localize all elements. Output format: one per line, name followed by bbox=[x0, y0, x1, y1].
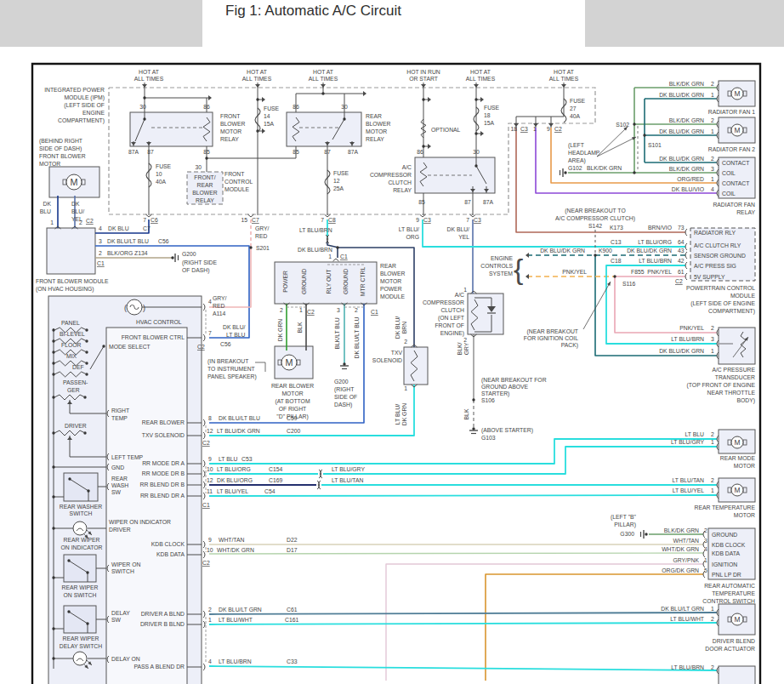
diagram-label: REAR TEMPERATURE bbox=[694, 504, 755, 510]
diagram-label: ) bbox=[143, 304, 145, 312]
diagram-label: BLK/DK GRN bbox=[669, 81, 704, 87]
diagram-label: 87 bbox=[147, 149, 154, 155]
pin-arc bbox=[685, 273, 687, 280]
pin-arc bbox=[203, 304, 205, 311]
diagram-label: CONTACT bbox=[722, 180, 749, 186]
diagram-label: FUSE bbox=[333, 170, 349, 176]
diagram-label: C1 bbox=[340, 254, 348, 259]
diagram-label: 87 bbox=[324, 149, 331, 155]
diagram-label: KDB CLOCK bbox=[712, 542, 746, 548]
diagram-label: POWER bbox=[282, 271, 288, 293]
diagram-label: C154 bbox=[269, 466, 282, 472]
diagram-label: PASSEN- bbox=[63, 379, 88, 385]
diagram-label: KDB DATA bbox=[712, 550, 740, 556]
diagram-label: REAR WIPER bbox=[62, 636, 99, 641]
ground-dot bbox=[645, 533, 647, 535]
diagram-label: LEFT TEMP bbox=[111, 454, 144, 460]
wire bbox=[209, 666, 717, 670]
diagram-label: DK BLU/LT GRN bbox=[219, 607, 262, 613]
diagram-label: ON INDICATOR bbox=[61, 544, 103, 550]
pin-arc bbox=[203, 482, 205, 488]
diagram-label: A/C CLUTCH RLY bbox=[694, 242, 741, 248]
ground-dot bbox=[343, 362, 345, 365]
diagram-label: SWITCH bbox=[111, 568, 134, 574]
diagram-label: TRANSDUCER bbox=[715, 374, 755, 380]
diagram-label: DRIVER bbox=[109, 527, 131, 533]
diagram-label: ALL TIMES bbox=[309, 76, 338, 82]
diagram-label: KDB DATA bbox=[156, 551, 185, 557]
diagram-label: 9 bbox=[547, 126, 550, 132]
diagram-label: DK GRN bbox=[277, 319, 283, 342]
diagram-label: REAR BLOWER bbox=[142, 419, 185, 425]
diagram-label: 4 bbox=[208, 658, 212, 664]
diagram-label: (RIGHT SIDE bbox=[182, 259, 218, 266]
diagram-label: 86 bbox=[293, 104, 299, 110]
diagram-label: MODULE bbox=[730, 293, 756, 299]
diagram-label: DRIVER A BLND bbox=[141, 611, 185, 617]
diagram-label: LT BLU/BRN bbox=[639, 258, 672, 264]
diagram-label: SYSTEM bbox=[489, 271, 513, 276]
component-box bbox=[64, 473, 98, 501]
diagram-label: 4 bbox=[99, 225, 102, 231]
diagram-label: C161 bbox=[285, 617, 298, 623]
diagram-label: 1 bbox=[704, 557, 707, 563]
diagram-label: 12 bbox=[333, 178, 340, 184]
diagram-label: 1 bbox=[50, 219, 54, 225]
diagram-label: C61 bbox=[287, 607, 298, 613]
diagram-label: MODE SELECT bbox=[109, 344, 151, 350]
diagram-label: C2 bbox=[202, 440, 210, 446]
diagram-label: HOT AT bbox=[313, 69, 333, 75]
diagram-label: YEL bbox=[458, 234, 469, 240]
diagram-label: 2 bbox=[355, 307, 358, 313]
diagram-label: DOOR ACTUATOR bbox=[705, 646, 755, 652]
diagram-label: 15 bbox=[241, 217, 247, 223]
diagram-label: GRY bbox=[463, 342, 469, 355]
diagram-label: DK BLU/DK GRN bbox=[659, 128, 704, 134]
diagram-label: MODULE (IPM) bbox=[64, 94, 105, 101]
diagram-label: 2 bbox=[404, 339, 407, 345]
diagram-label: GROUND bbox=[301, 269, 307, 294]
diagram-label: 5 bbox=[704, 567, 707, 573]
diagram-label: WIPER ON INDICATOR bbox=[109, 519, 171, 525]
diagram-label: DELAY ON bbox=[111, 656, 140, 662]
diagram-label: C56 bbox=[220, 341, 231, 347]
diagram-label: 86 bbox=[417, 149, 423, 155]
diagram-label: BI-LEVEL bbox=[60, 331, 85, 337]
junction-dot bbox=[256, 98, 258, 100]
diagram-label: BLK bbox=[463, 408, 469, 419]
diagram-label: DK BLU/DK GRN bbox=[659, 348, 704, 354]
arrowhead bbox=[262, 97, 265, 102]
diagram-label: 7 bbox=[143, 217, 146, 223]
diagram-label: REAR WIPER bbox=[61, 584, 98, 590]
diagram-label: 1 bbox=[711, 487, 714, 493]
pin-arc bbox=[685, 262, 687, 269]
arrowhead bbox=[363, 91, 366, 96]
diagram-label: C3 bbox=[520, 126, 528, 132]
diagram-label: 14 bbox=[264, 113, 270, 119]
diagram-label: PANEL SPEAKER) bbox=[207, 373, 257, 380]
diagram-label: RR MODE DR A bbox=[142, 460, 185, 466]
diagram-label: SIDE OF DASH) bbox=[39, 145, 82, 152]
wire bbox=[209, 613, 717, 614]
diagram-label: OR START bbox=[409, 76, 438, 82]
diagram-label: IGNITION bbox=[712, 561, 737, 567]
diagram-label: 18 bbox=[510, 126, 517, 132]
diagram-label: C7 bbox=[143, 225, 151, 231]
diagram-label: LT BLU bbox=[226, 332, 246, 338]
diagram-label: HOT IN RUN bbox=[406, 69, 440, 75]
diagram-label: LT BLU/DK GRN bbox=[217, 428, 260, 434]
diagram-label: DRIVER bbox=[65, 423, 87, 429]
diagram-label: 61 bbox=[678, 269, 685, 275]
pin-arc bbox=[203, 419, 205, 426]
diagram-label: 2 bbox=[711, 81, 714, 87]
diagram-label: MOTOR bbox=[734, 512, 755, 518]
component-box bbox=[719, 328, 755, 364]
diagram-label: SIDE OF bbox=[334, 394, 357, 400]
junction-dot bbox=[102, 345, 105, 347]
diagram-label: ORG/RED bbox=[677, 176, 704, 182]
pin-arc bbox=[685, 229, 687, 236]
diagram-label: 85 bbox=[418, 199, 425, 205]
wiring-diagram-page: Fig 1: Automatic A/C Circuit MMMMMMM{HOT… bbox=[0, 0, 784, 684]
diagram-label: MOTOR bbox=[281, 390, 303, 396]
diagram-label: 1 bbox=[533, 126, 537, 132]
